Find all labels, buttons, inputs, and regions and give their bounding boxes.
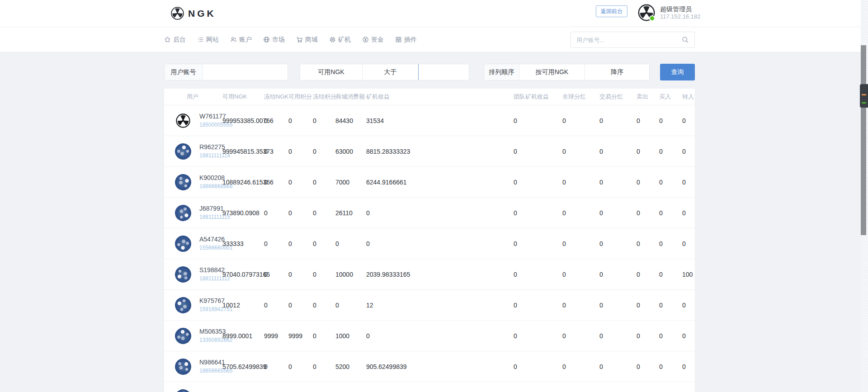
- column-header: 可用NGK: [222, 89, 264, 105]
- scrollbar-thumb[interactable]: [861, 45, 866, 235]
- account-filter-input[interactable]: [203, 64, 288, 80]
- nav-item-mall[interactable]: 商城: [296, 36, 318, 44]
- cell-mall-spend: 1000: [335, 321, 366, 351]
- user-cell: S198842 18811111112: [164, 266, 222, 283]
- table-row: N986641 18656665565 5705.62499839 0 0 0 …: [164, 351, 695, 382]
- search-icon[interactable]: [682, 36, 689, 43]
- cell-buy: 0: [659, 290, 682, 321]
- user-avatar: [174, 358, 192, 376]
- column-header: 交易分红: [599, 89, 637, 105]
- search-input[interactable]: [571, 37, 682, 43]
- cell-global-dividend: 0: [562, 136, 599, 167]
- cell-available-ngk: 973890.0908: [222, 198, 264, 228]
- nav-item-market[interactable]: 市场: [263, 36, 285, 44]
- field-select-value: 可用NGK: [318, 68, 344, 76]
- users-table-card: 用户可用NGK冻结NGK可用积分冻结积分商城消费额矿机收益团队矿机收益全球分红交…: [164, 89, 695, 392]
- cell-frozen-ngk: 0: [264, 382, 288, 392]
- condition-value-input[interactable]: [418, 64, 468, 80]
- nav-item-funds[interactable]: 资金: [362, 36, 384, 44]
- nav-item-label: 矿机: [338, 36, 351, 44]
- nav-item-label: 插件: [404, 36, 417, 44]
- cell-transfer-in: 0: [682, 351, 695, 382]
- cell-sell: 0: [637, 105, 659, 136]
- nav-search: [571, 32, 695, 48]
- nav-item-accounts[interactable]: 账户: [230, 36, 252, 44]
- admin-info[interactable]: 超级管理员 117.152.16.182: [637, 4, 700, 22]
- user-avatar: [172, 140, 194, 163]
- cell-frozen-points: 0: [313, 105, 335, 136]
- cell-team-miner-income: 0: [514, 228, 562, 259]
- cell-global-dividend: 0: [562, 382, 599, 392]
- cell-sell: 0: [637, 259, 659, 290]
- cell-frozen-points: 0: [313, 259, 335, 290]
- cell-available-points: 0: [288, 259, 313, 290]
- nav-item-website[interactable]: 网站: [197, 36, 219, 44]
- cell-team-miner-income: 0: [514, 382, 562, 392]
- nav-item-label: 资金: [371, 36, 384, 44]
- scroll-marker-widget[interactable]: [860, 84, 868, 108]
- home-icon: [164, 36, 171, 43]
- cell-sell: 0: [637, 167, 659, 198]
- cell-miner-income: 0: [366, 321, 514, 351]
- cell-available-points: 0: [288, 290, 313, 321]
- table-row: K900208 18866668888 10889246.615366 0 0 …: [164, 167, 695, 198]
- cell-global-dividend: 0: [562, 321, 599, 351]
- cell-mall-spend: 7000: [335, 167, 366, 198]
- back-to-front-button[interactable]: 返回前台: [596, 5, 627, 17]
- user-avatar: [175, 113, 191, 129]
- nav-item-backend[interactable]: 后台: [164, 36, 186, 44]
- nav-item-label: 市场: [272, 36, 285, 44]
- cell-trade-dividend: 0: [599, 167, 637, 198]
- nav-item-label: 后台: [173, 36, 186, 44]
- cell-available-points: 0: [288, 228, 313, 259]
- cell-buy: 0: [659, 382, 682, 392]
- users-table: 用户可用NGK冻结NGK可用积分冻结积分商城消费额矿机收益团队矿机收益全球分红交…: [164, 89, 695, 392]
- cell-buy: 0: [659, 167, 682, 198]
- ngk-logo-icon: [170, 6, 184, 20]
- column-header: 可用积分: [288, 89, 313, 105]
- cell-global-dividend: 0: [562, 167, 599, 198]
- column-header: 矿机收益: [366, 89, 514, 105]
- cell-available-ngk: 4394: [222, 382, 264, 392]
- admin-ip: 117.152.16.182: [660, 13, 700, 20]
- operator-select[interactable]: 大于: [362, 64, 418, 80]
- table-row: W761177 18500005555 999953385.00766 0 0 …: [164, 105, 695, 136]
- user-cell: M506353 13350892662: [164, 328, 222, 344]
- cell-global-dividend: 0: [562, 259, 599, 290]
- cell-available-points: 0: [288, 351, 313, 382]
- green-marker: [862, 102, 866, 104]
- cell-team-miner-income: 0: [514, 351, 562, 382]
- cell-available-ngk: 999945815.35373: [222, 136, 264, 167]
- user-cell: A547426 15566660001: [164, 236, 222, 252]
- cell-transfer-in: 0: [682, 321, 695, 351]
- cell-frozen-ngk: 0: [264, 228, 288, 259]
- cell-buy: 0: [659, 136, 682, 167]
- sort-order-select[interactable]: 降序: [585, 64, 649, 80]
- field-select[interactable]: 可用NGK: [300, 64, 362, 80]
- user-cell: N986641 18656665565: [164, 359, 222, 375]
- cell-trade-dividend: 0: [599, 382, 637, 392]
- nav-item-plugins[interactable]: 插件: [395, 36, 417, 44]
- table-row: S198842 18811111112 97040.07973165 0 0 0…: [164, 259, 695, 290]
- cell-buy: 0: [659, 321, 682, 351]
- table-header-row: 用户可用NGK冻结NGK可用积分冻结积分商城消费额矿机收益团队矿机收益全球分红交…: [164, 89, 695, 105]
- cell-frozen-points: 0: [313, 167, 335, 198]
- column-header: 团队矿机收益: [514, 89, 562, 105]
- nav-item-miners[interactable]: 矿机: [329, 36, 351, 44]
- cart-icon: [296, 36, 303, 43]
- cell-team-miner-income: 0: [514, 136, 562, 167]
- cell-global-dividend: 0: [562, 105, 599, 136]
- funds-icon: [362, 36, 369, 43]
- cell-transfer-in: 0: [682, 136, 695, 167]
- cell-transfer-in: 0: [682, 290, 695, 321]
- admin-name: 超级管理员: [660, 5, 700, 13]
- sort-order-value: 降序: [611, 68, 623, 76]
- sort-field-select[interactable]: 按可用NGK: [519, 64, 585, 80]
- sort-label: 排列顺序: [484, 64, 519, 80]
- cell-available-points: 0: [288, 136, 313, 167]
- user-avatar: [173, 295, 193, 315]
- cell-global-dividend: 0: [562, 290, 599, 321]
- query-button[interactable]: 查询: [660, 64, 695, 80]
- cell-sell: 0: [637, 228, 659, 259]
- cell-sell: 0: [637, 321, 659, 351]
